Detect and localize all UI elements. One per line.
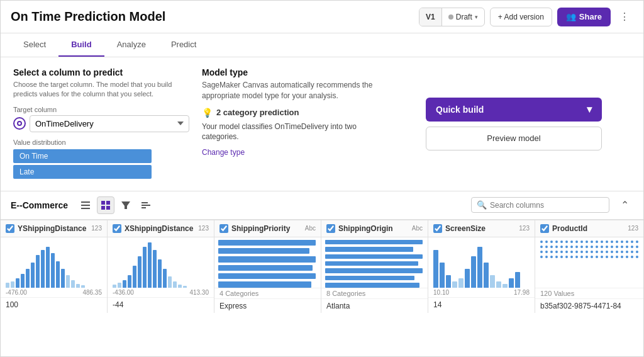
svg-rect-5 bbox=[101, 206, 105, 210]
share-button[interactable]: 👥 Share bbox=[557, 8, 611, 26]
col-type-productid: 123 bbox=[628, 225, 638, 232]
column-predict-panel: Select a column to predict Choose the ta… bbox=[13, 67, 189, 181]
col-range-min: -436.00 bbox=[113, 289, 134, 296]
col-range-max: 17.98 bbox=[514, 289, 530, 296]
col-value-xshipping: -44 bbox=[108, 297, 214, 312]
tab-predict[interactable]: Predict bbox=[158, 33, 209, 57]
version-tag: V1 bbox=[419, 8, 442, 26]
col-type-origin: Abc bbox=[412, 225, 423, 232]
svg-marker-7 bbox=[121, 201, 130, 209]
col-value-priority: Express bbox=[214, 298, 321, 313]
header: On Time Prediction Model V1 Draft ▾ + Ad… bbox=[1, 1, 643, 33]
columns-grid: YShippingDistance 123 bbox=[1, 220, 643, 313]
sort-button[interactable] bbox=[137, 196, 155, 214]
col-chart-priority bbox=[214, 237, 321, 288]
search-icon: 🔍 bbox=[477, 200, 487, 210]
tab-bar: Select Build Analyze Predict bbox=[1, 33, 643, 57]
bulb-icon: 💡 bbox=[202, 108, 213, 118]
target-icon-inner bbox=[17, 121, 22, 126]
grid-view-button[interactable] bbox=[97, 196, 114, 214]
col-checkbox-productid[interactable] bbox=[540, 224, 549, 233]
col-header-screensize: ScreenSize 123 bbox=[428, 220, 535, 237]
col-name-xshipping: XShippingDistance bbox=[125, 224, 195, 233]
col-range-yshipping: -476.00 486.35 bbox=[1, 288, 107, 297]
col-type-screensize: 123 bbox=[519, 225, 530, 232]
quick-build-label: Quick build bbox=[436, 105, 484, 115]
quick-build-button[interactable]: Quick build ▾ bbox=[426, 98, 602, 122]
col-checkbox-priority[interactable] bbox=[219, 224, 228, 233]
svg-rect-3 bbox=[101, 201, 105, 205]
col-name-screensize: ScreenSize bbox=[445, 224, 516, 233]
target-icon bbox=[13, 117, 26, 130]
column-screensize: ScreenSize 123 bbox=[428, 220, 535, 313]
col-range-xshipping: -436.00 413.30 bbox=[108, 288, 214, 297]
col-name-priority: ShippingPriority bbox=[231, 224, 302, 233]
dist-bar-late: Late bbox=[13, 165, 152, 179]
col-checkbox-screensize[interactable] bbox=[433, 224, 442, 233]
draft-dropdown[interactable]: Draft ▾ bbox=[442, 8, 484, 26]
column-xshipping: XShippingDistance 123 bbox=[108, 220, 214, 313]
col-header-xshipping: XShippingDistance 123 bbox=[108, 220, 214, 237]
target-select-wrapper: OnTimeDelivery bbox=[13, 115, 189, 132]
column-heading: Select a column to predict bbox=[13, 67, 189, 77]
page-title: On Time Prediction Model bbox=[11, 9, 165, 24]
build-section: Select a column to predict Choose the ta… bbox=[1, 57, 643, 191]
tab-select[interactable]: Select bbox=[11, 33, 58, 57]
model-type-panel: Model type SageMaker Canvas automaticall… bbox=[202, 67, 384, 181]
col-checkbox-yshipping[interactable] bbox=[6, 224, 14, 233]
app-container: On Time Prediction Model V1 Draft ▾ + Ad… bbox=[0, 0, 644, 357]
col-type-yshipping: 123 bbox=[91, 225, 102, 232]
col-checkbox-xshipping[interactable] bbox=[113, 224, 121, 233]
draft-label: Draft bbox=[456, 13, 472, 21]
change-type-link[interactable]: Change type bbox=[202, 148, 245, 157]
column-desc: Choose the target column. The model that… bbox=[13, 80, 189, 99]
version-badge: V1 Draft ▾ bbox=[419, 8, 485, 26]
svg-rect-6 bbox=[106, 206, 110, 210]
col-chart-productid bbox=[535, 237, 643, 288]
col-range-screensize: 10.10 17.98 bbox=[428, 288, 535, 297]
column-shippingorigin: ShippingOrigin Abc 8 Categories Atlanta bbox=[321, 220, 428, 313]
col-name-origin: ShippingOrigin bbox=[338, 224, 409, 233]
col-range-min: 10.10 bbox=[433, 289, 449, 296]
col-chart-origin bbox=[321, 237, 428, 288]
dropdown-arrow-icon: ▾ bbox=[587, 103, 592, 115]
share-icon: 👥 bbox=[566, 12, 576, 21]
dataset-name: E--Commerce bbox=[11, 200, 68, 210]
col-value-screensize: 14 bbox=[428, 297, 535, 312]
search-wrapper: 🔍 bbox=[471, 197, 609, 213]
col-range-max: 413.30 bbox=[189, 289, 209, 296]
share-label: Share bbox=[579, 12, 602, 21]
tab-analyze[interactable]: Analyze bbox=[104, 33, 158, 57]
chevron-down-icon: ▾ bbox=[475, 14, 478, 20]
list-view-button[interactable] bbox=[77, 196, 94, 214]
draft-dot bbox=[448, 14, 453, 20]
col-header-productid: ProductId 123 bbox=[535, 220, 643, 237]
build-actions: Quick build ▾ Preview model bbox=[397, 67, 631, 181]
col-type-priority: Abc bbox=[305, 225, 316, 232]
more-options-button[interactable]: ⋮ bbox=[616, 8, 633, 26]
preview-model-button[interactable]: Preview model bbox=[426, 127, 602, 150]
add-version-button[interactable]: + Add version bbox=[490, 8, 552, 26]
search-input[interactable] bbox=[490, 201, 604, 210]
column-shippingpriority: ShippingPriority Abc 4 Categories Expres… bbox=[214, 220, 321, 313]
data-toolbar: E--Commerce 🔍 bbox=[1, 191, 643, 220]
data-section: E--Commerce 🔍 bbox=[1, 191, 643, 356]
col-header-yshipping: YShippingDistance 123 bbox=[1, 220, 107, 237]
tab-build[interactable]: Build bbox=[58, 33, 104, 57]
filter-button[interactable] bbox=[117, 196, 135, 214]
col-header-origin: ShippingOrigin Abc bbox=[321, 220, 428, 237]
svg-rect-4 bbox=[106, 201, 110, 205]
toolbar-icons bbox=[77, 196, 155, 214]
category-desc: Your model classifies OnTimeDelivery int… bbox=[202, 122, 384, 143]
col-name-yshipping: YShippingDistance bbox=[18, 224, 88, 233]
field-label: Target column bbox=[13, 106, 189, 113]
collapse-button[interactable]: ⌃ bbox=[616, 196, 633, 214]
svg-rect-1 bbox=[81, 205, 90, 206]
svg-rect-2 bbox=[81, 208, 90, 209]
target-column-select[interactable]: OnTimeDelivery bbox=[30, 115, 189, 132]
col-checkbox-origin[interactable] bbox=[326, 224, 335, 233]
col-value-origin: Atlanta bbox=[321, 298, 428, 313]
col-type-xshipping: 123 bbox=[198, 225, 209, 232]
column-productid: ProductId 123 120 Values b35af302-9875-4… bbox=[535, 220, 643, 313]
col-chart-screensize bbox=[428, 237, 535, 288]
